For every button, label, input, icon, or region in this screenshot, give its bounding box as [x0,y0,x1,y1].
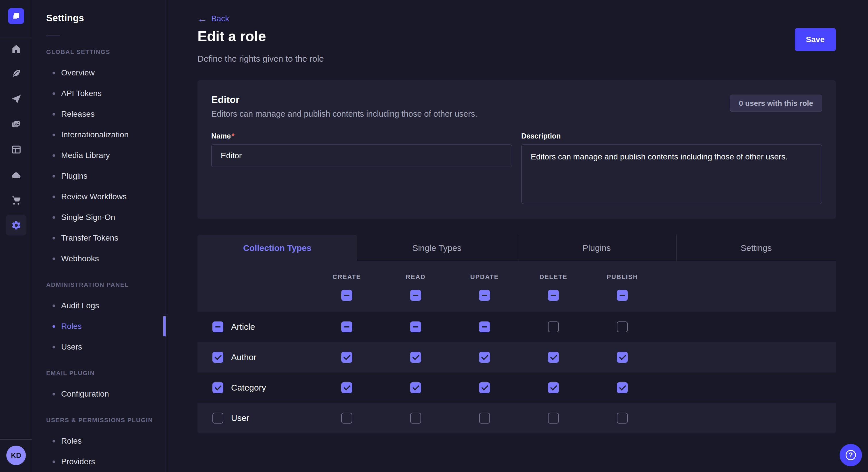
checkbox-user-update[interactable] [479,413,490,424]
checkbox-row-article[interactable] [212,322,223,332]
sidebar-item-users[interactable]: Users [32,337,166,357]
users-with-role-badge[interactable]: 0 users with this role [730,95,822,112]
checkbox-category-delete[interactable] [548,382,559,393]
checkbox-user-read[interactable] [410,413,421,424]
sidebar-item-configuration[interactable]: Configuration [32,384,166,404]
rail-item-media-library-icon[interactable] [0,114,32,135]
tab-single-types[interactable]: Single Types [357,235,517,261]
tab-collection-types[interactable]: Collection Types [197,235,357,261]
checkbox-author-read[interactable] [410,352,421,363]
sidebar-item-webhooks[interactable]: Webhooks [32,248,166,269]
checkbox-author-publish[interactable] [617,352,628,363]
checkbox-cell [450,290,519,301]
back-link[interactable]: ← Back [197,14,229,24]
checkbox-all-delete[interactable] [548,290,559,301]
sidebar-item-label: Internationalization [61,130,129,139]
back-label: Back [211,14,229,23]
checkbox-category-read[interactable] [410,382,421,393]
sidebar-item-overview[interactable]: Overview [32,63,166,83]
sidebar-item-audit-logs[interactable]: Audit Logs [32,295,166,316]
bullet-icon [53,113,55,115]
checkbox-all-publish[interactable] [617,290,628,301]
rail-item-content-type-builder-icon[interactable] [0,139,32,160]
checkbox-article-delete[interactable] [548,322,559,332]
checkbox-user-publish[interactable] [617,413,628,424]
permissions-table-head: CREATEREADUPDATEDELETEPUBLISH [197,261,836,312]
checkbox-article-read[interactable] [410,322,421,332]
checkbox-cell [519,290,588,301]
bullet-icon [53,216,55,219]
checkbox-category-create[interactable] [341,382,352,393]
checkbox-author-delete[interactable] [548,352,559,363]
checkbox-cell [588,413,657,424]
sidebar-item-roles[interactable]: Roles [32,431,166,451]
checkbox-all-read[interactable] [410,290,421,301]
sidebar-item-transfer-tokens[interactable]: Transfer Tokens [32,228,166,248]
subnav-item-list: OverviewAPI TokensReleasesInternationali… [32,63,166,269]
subnav-item-list: Configuration [32,384,166,404]
required-asterisk: * [231,132,235,140]
sidebar-item-label: Overview [61,68,95,77]
rail-item-settings-gear-icon[interactable] [0,215,32,235]
tab-settings[interactable]: Settings [676,235,836,261]
sidebar-item-media-library[interactable]: Media Library [32,145,166,166]
description-textarea[interactable]: Editors can manage and publish contents … [521,144,822,204]
checkbox-row-author[interactable] [212,352,223,363]
checkbox-category-update[interactable] [479,382,490,393]
column-header-read: READ [381,273,450,281]
checkbox-article-publish[interactable] [617,322,628,332]
rail-item-marketplace-icon[interactable] [0,190,32,210]
sidebar-item-label: Users [61,342,82,351]
bullet-icon [53,461,55,463]
checkbox-article-create[interactable] [341,322,352,332]
row-label-cell: Author [197,352,312,363]
checkbox-row-user[interactable] [212,413,223,424]
sidebar-item-providers[interactable]: Providers [32,451,166,472]
checkbox-cell [588,352,657,363]
marketplace-icon [11,195,22,206]
sidebar-item-review-workflows[interactable]: Review Workflows [32,187,166,207]
sidebar-item-label: Transfer Tokens [61,233,118,243]
content-manager-icon [11,69,22,79]
checkbox-cell [450,413,519,424]
description-label: Description [521,132,561,140]
name-input[interactable] [211,144,512,167]
tab-plugins[interactable]: Plugins [517,235,676,261]
sidebar-item-label: Roles [61,322,82,331]
strapi-logo[interactable] [8,8,24,24]
checkbox-row-category[interactable] [212,382,223,393]
description-field-group: Description Editors can manage and publi… [521,132,822,205]
back-arrow-icon: ← [197,14,207,24]
sidebar-item-internationalization[interactable]: Internationalization [32,125,166,145]
checkbox-all-create[interactable] [341,290,352,301]
bullet-icon [53,196,55,198]
rail-item-deploy-icon[interactable] [0,165,32,185]
checkbox-article-update[interactable] [479,322,490,332]
checkbox-category-publish[interactable] [617,382,628,393]
bullet-icon [53,237,55,239]
main-content: ← Back Edit a role Save Define the right… [166,0,868,472]
checkbox-cell [312,322,381,332]
row-label-cell: Article [197,322,312,332]
rail-item-home-icon[interactable] [0,38,32,59]
avatar[interactable]: KD [6,446,26,465]
page-subtitle: Define the rights given to the role [197,54,836,64]
rail-item-content-manager-icon[interactable] [0,63,32,84]
checkbox-all-update[interactable] [479,290,490,301]
help-button[interactable]: ? [840,444,862,466]
sidebar-item-api-tokens[interactable]: API Tokens [32,83,166,104]
sidebar-item-roles[interactable]: Roles [32,316,166,337]
checkbox-author-create[interactable] [341,352,352,363]
checkbox-cell [588,290,657,301]
checkbox-user-create[interactable] [341,413,352,424]
sidebar-item-plugins[interactable]: Plugins [32,166,166,187]
save-button[interactable]: Save [795,28,836,51]
checkbox-author-update[interactable] [479,352,490,363]
checkbox-user-delete[interactable] [548,413,559,424]
content-type-label: Category [231,383,266,393]
sidebar-item-releases[interactable]: Releases [32,104,166,125]
rail-item-releases-icon[interactable] [0,89,32,109]
permission-row-article: Article [197,312,836,342]
bullet-icon [53,175,55,177]
sidebar-item-single-sign-on[interactable]: Single Sign-On [32,207,166,228]
